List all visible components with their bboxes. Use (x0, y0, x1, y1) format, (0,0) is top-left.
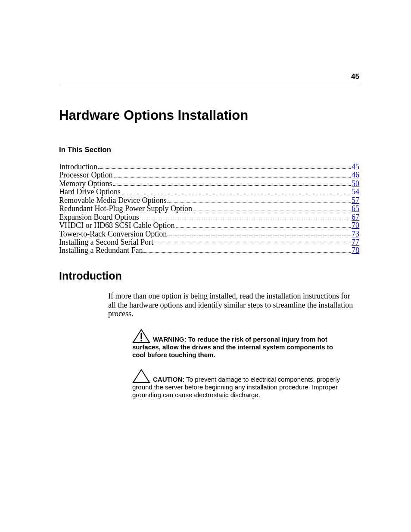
svg-marker-3 (133, 370, 149, 383)
toc-entry-page-link[interactable]: 45 (352, 163, 359, 171)
caution-lead: CAUTION: (153, 376, 184, 383)
chapter-title: Hardware Options Installation (59, 108, 359, 123)
toc-leader-dots (154, 236, 351, 244)
toc-entry-title: Installing a Redundant Fan (59, 246, 143, 255)
toc-entry-title: Removable Media Device Options (59, 196, 166, 205)
toc-entry-page-link[interactable]: 67 (352, 213, 359, 221)
toc-leader-dots (121, 186, 351, 194)
toc-entry-page-link[interactable]: 73 (352, 230, 359, 238)
toc-leader-dots (168, 228, 351, 236)
toc-entry-title: Processor Option (59, 171, 113, 179)
introduction-paragraph: If more than one option is being install… (108, 292, 359, 318)
page: 45 Hardware Options Installation In This… (0, 0, 411, 532)
toc-entry-page-link[interactable]: 77 (352, 238, 359, 246)
toc-entry-page-link[interactable]: 50 (352, 180, 359, 188)
page-number: 45 (351, 72, 359, 81)
introduction-heading: Introduction (59, 270, 359, 282)
toc-entry-title: Introduction (59, 163, 97, 171)
toc-entry-title: Installing a Second Serial Port (59, 238, 153, 246)
introduction-body: If more than one option is being install… (108, 292, 359, 318)
toc-leader-dots (140, 211, 351, 219)
table-of-contents: Introduction45Processor Option46Memory O… (59, 163, 359, 255)
warning-icon (132, 329, 150, 343)
header-rule (59, 83, 359, 83)
warning-notice: WARNING: To reduce the risk of personal … (132, 329, 346, 358)
warning-lead: WARNING: (153, 336, 187, 343)
toc-entry-title: VHDCI or HD68 SCSI Cable Option (59, 221, 175, 230)
toc-leader-dots (176, 219, 351, 227)
toc-entry-page-link[interactable]: 78 (352, 246, 359, 255)
toc-entry-page-link[interactable]: 65 (352, 205, 359, 213)
toc-entry-page-link[interactable]: 70 (352, 221, 359, 230)
svg-point-2 (140, 340, 142, 342)
toc-entry-page-link[interactable]: 54 (352, 188, 359, 196)
toc-leader-dots (143, 244, 351, 252)
toc-leader-dots (193, 202, 351, 211)
toc-leader-dots (114, 169, 351, 177)
toc-leader-dots (167, 194, 351, 202)
toc-leader-dots (98, 161, 351, 169)
toc-leader-dots (113, 177, 351, 186)
caution-icon (132, 369, 150, 383)
toc-entry-title: Expansion Board Options (59, 213, 139, 221)
toc-entry-title: Hard Drive Options (59, 188, 121, 196)
toc-entry-page-link[interactable]: 46 (352, 171, 359, 179)
toc-entry-page-link[interactable]: 57 (352, 196, 359, 205)
toc-entry-title: Tower-to-Rack Conversion Option (59, 230, 167, 238)
toc-entry-title: Memory Options (59, 180, 112, 188)
caution-notice: CAUTION: To prevent damage to electrical… (132, 369, 346, 398)
in-this-section-heading: In This Section (59, 146, 359, 154)
toc-row: Installing a Redundant Fan78 (59, 246, 359, 255)
